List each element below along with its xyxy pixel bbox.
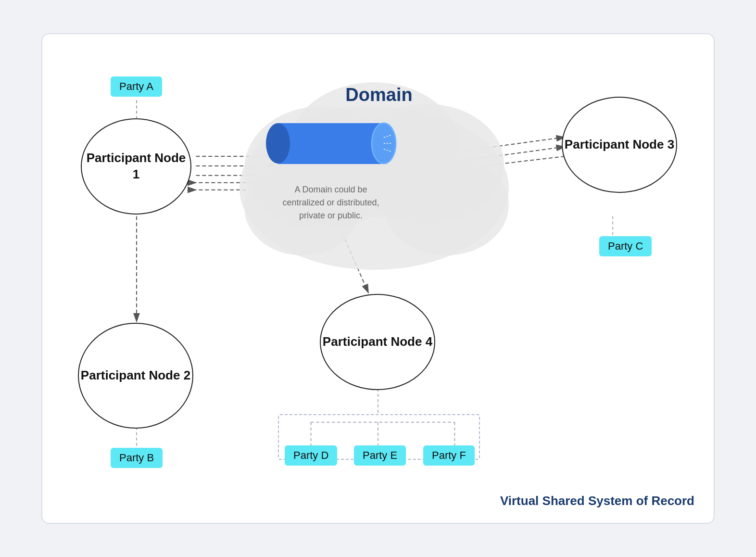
party-b-badge: Party B [111,448,163,468]
svg-point-27 [266,123,290,164]
diagram-container: Domain A Domain could becentralized or d… [41,33,715,524]
domain-title: Domain [302,85,456,105]
party-f-badge: Party F [423,445,475,466]
domain-description: A Domain could becentralized or distribu… [268,183,393,222]
party-a-badge: Party A [111,76,162,97]
party-c-badge: Party C [599,236,652,256]
participant-node-4: Participant Node 4 [320,294,435,390]
participant-node-2: Participant Node 2 [78,323,193,429]
svg-rect-26 [278,123,384,164]
footer-title: Virtual Shared System of Record [500,494,694,508]
domain-cylinder [264,114,398,176]
party-d-badge: Party D [285,445,337,466]
party-e-badge: Party E [354,445,406,466]
svg-point-25 [384,154,509,255]
participant-node-1: Participant Node 1 [81,118,191,215]
participant-node-3: Participant Node 3 [562,97,677,193]
